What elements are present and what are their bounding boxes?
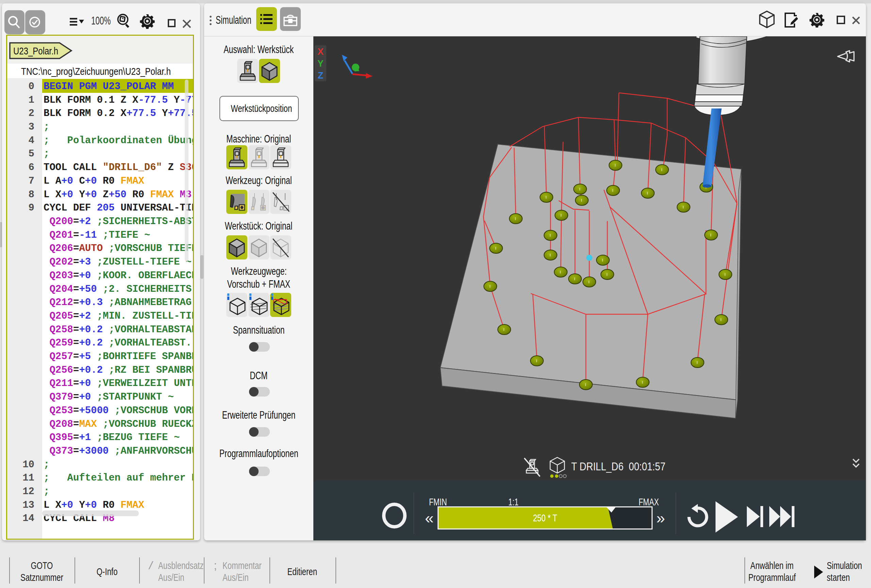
svg-text:U23_Polar.h: U23_Polar.h bbox=[13, 45, 58, 57]
